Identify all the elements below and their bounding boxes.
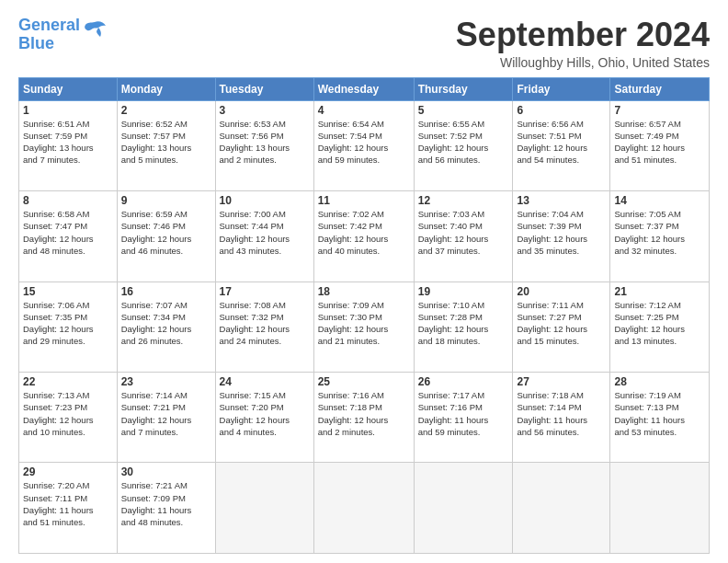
day-info: Sunrise: 7:16 AMSunset: 7:18 PMDaylight:…: [318, 389, 410, 438]
title-area: September 2024 Willoughby Hills, Ohio, U…: [456, 17, 710, 70]
calendar-table: SundayMondayTuesdayWednesdayThursdayFrid…: [18, 77, 710, 554]
day-number: 19: [418, 285, 509, 298]
day-cell: 2Sunrise: 6:52 AMSunset: 7:57 PMDaylight…: [117, 100, 215, 190]
day-info: Sunrise: 6:51 AMSunset: 7:59 PMDaylight:…: [23, 118, 113, 167]
col-header-thursday: Thursday: [414, 77, 513, 100]
day-cell: 13Sunrise: 7:04 AMSunset: 7:39 PMDayligh…: [513, 191, 610, 282]
day-number: 6: [517, 104, 606, 117]
day-info: Sunrise: 7:17 AMSunset: 7:16 PMDaylight:…: [418, 389, 509, 438]
day-info: Sunrise: 6:53 AMSunset: 7:56 PMDaylight:…: [220, 118, 310, 167]
day-info: Sunrise: 6:52 AMSunset: 7:57 PMDaylight:…: [121, 118, 211, 167]
day-number: 2: [121, 104, 211, 117]
day-cell: 24Sunrise: 7:15 AMSunset: 7:20 PMDayligh…: [215, 373, 313, 463]
day-cell: 27Sunrise: 7:18 AMSunset: 7:14 PMDayligh…: [513, 373, 610, 463]
week-row-5: 29Sunrise: 7:20 AMSunset: 7:11 PMDayligh…: [19, 463, 710, 554]
day-info: Sunrise: 7:14 AMSunset: 7:21 PMDaylight:…: [121, 389, 211, 438]
day-cell: 9Sunrise: 6:59 AMSunset: 7:46 PMDaylight…: [117, 191, 215, 282]
day-number: 17: [220, 285, 310, 298]
day-info: Sunrise: 7:13 AMSunset: 7:23 PMDaylight:…: [23, 389, 113, 438]
day-info: Sunrise: 7:00 AMSunset: 7:44 PMDaylight:…: [220, 208, 310, 257]
day-cell: 29Sunrise: 7:20 AMSunset: 7:11 PMDayligh…: [19, 463, 118, 554]
day-info: Sunrise: 7:19 AMSunset: 7:13 PMDaylight:…: [614, 389, 705, 438]
month-title: September 2024: [456, 17, 710, 53]
day-info: Sunrise: 6:54 AMSunset: 7:54 PMDaylight:…: [318, 118, 410, 167]
day-cell: [414, 463, 513, 554]
day-number: 20: [517, 285, 606, 298]
day-cell: 11Sunrise: 7:02 AMSunset: 7:42 PMDayligh…: [313, 191, 414, 282]
day-number: 1: [23, 104, 113, 117]
day-cell: 30Sunrise: 7:21 AMSunset: 7:09 PMDayligh…: [117, 463, 215, 554]
day-info: Sunrise: 7:18 AMSunset: 7:14 PMDaylight:…: [517, 389, 606, 438]
day-cell: 25Sunrise: 7:16 AMSunset: 7:18 PMDayligh…: [313, 373, 414, 463]
day-number: 8: [23, 194, 113, 207]
day-info: Sunrise: 7:04 AMSunset: 7:39 PMDaylight:…: [517, 208, 606, 257]
day-number: 14: [614, 194, 705, 207]
day-cell: 12Sunrise: 7:03 AMSunset: 7:40 PMDayligh…: [414, 191, 513, 282]
week-row-4: 22Sunrise: 7:13 AMSunset: 7:23 PMDayligh…: [19, 373, 710, 463]
day-number: 10: [220, 194, 310, 207]
day-number: 28: [614, 375, 705, 388]
day-cell: 18Sunrise: 7:09 AMSunset: 7:30 PMDayligh…: [313, 282, 414, 372]
day-info: Sunrise: 7:12 AMSunset: 7:25 PMDaylight:…: [614, 299, 705, 348]
day-cell: 8Sunrise: 6:58 AMSunset: 7:47 PMDaylight…: [19, 191, 118, 282]
day-cell: 6Sunrise: 6:56 AMSunset: 7:51 PMDaylight…: [513, 100, 610, 190]
day-cell: [513, 463, 610, 554]
day-info: Sunrise: 6:57 AMSunset: 7:49 PMDaylight:…: [614, 118, 705, 167]
day-info: Sunrise: 7:09 AMSunset: 7:30 PMDaylight:…: [318, 299, 410, 348]
logo-bird-icon: [82, 20, 108, 40]
day-info: Sunrise: 6:55 AMSunset: 7:52 PMDaylight:…: [418, 118, 509, 167]
subtitle: Willoughby Hills, Ohio, United States: [456, 55, 710, 70]
day-cell: 21Sunrise: 7:12 AMSunset: 7:25 PMDayligh…: [610, 282, 710, 372]
day-cell: 22Sunrise: 7:13 AMSunset: 7:23 PMDayligh…: [19, 373, 118, 463]
day-number: 21: [614, 285, 705, 298]
week-row-3: 15Sunrise: 7:06 AMSunset: 7:35 PMDayligh…: [19, 282, 710, 372]
day-info: Sunrise: 7:15 AMSunset: 7:20 PMDaylight:…: [220, 389, 310, 438]
day-cell: 3Sunrise: 6:53 AMSunset: 7:56 PMDaylight…: [215, 100, 313, 190]
page: GeneralBlue September 2024 Willoughby Hi…: [0, 0, 728, 563]
day-number: 12: [418, 194, 509, 207]
day-number: 11: [318, 194, 410, 207]
day-cell: [610, 463, 710, 554]
col-header-sunday: Sunday: [19, 77, 118, 100]
day-cell: 17Sunrise: 7:08 AMSunset: 7:32 PMDayligh…: [215, 282, 313, 372]
col-header-wednesday: Wednesday: [313, 77, 414, 100]
day-number: 30: [121, 465, 211, 478]
day-number: 16: [121, 285, 211, 298]
col-header-saturday: Saturday: [610, 77, 710, 100]
day-info: Sunrise: 7:02 AMSunset: 7:42 PMDaylight:…: [318, 208, 410, 257]
day-cell: 4Sunrise: 6:54 AMSunset: 7:54 PMDaylight…: [313, 100, 414, 190]
day-number: 29: [23, 465, 113, 478]
day-cell: 16Sunrise: 7:07 AMSunset: 7:34 PMDayligh…: [117, 282, 215, 372]
day-number: 22: [23, 375, 113, 388]
day-number: 27: [517, 375, 606, 388]
col-header-friday: Friday: [513, 77, 610, 100]
day-number: 15: [23, 285, 113, 298]
week-row-1: 1Sunrise: 6:51 AMSunset: 7:59 PMDaylight…: [19, 100, 710, 190]
day-cell: 5Sunrise: 6:55 AMSunset: 7:52 PMDaylight…: [414, 100, 513, 190]
day-cell: 1Sunrise: 6:51 AMSunset: 7:59 PMDaylight…: [19, 100, 118, 190]
week-row-2: 8Sunrise: 6:58 AMSunset: 7:47 PMDaylight…: [19, 191, 710, 282]
day-cell: 7Sunrise: 6:57 AMSunset: 7:49 PMDaylight…: [610, 100, 710, 190]
col-header-tuesday: Tuesday: [215, 77, 313, 100]
day-info: Sunrise: 7:05 AMSunset: 7:37 PMDaylight:…: [614, 208, 705, 257]
day-number: 18: [318, 285, 410, 298]
day-info: Sunrise: 7:11 AMSunset: 7:27 PMDaylight:…: [517, 299, 606, 348]
day-number: 24: [220, 375, 310, 388]
day-cell: [313, 463, 414, 554]
day-cell: [215, 463, 313, 554]
day-cell: 14Sunrise: 7:05 AMSunset: 7:37 PMDayligh…: [610, 191, 710, 282]
col-header-monday: Monday: [117, 77, 215, 100]
day-cell: 10Sunrise: 7:00 AMSunset: 7:44 PMDayligh…: [215, 191, 313, 282]
day-info: Sunrise: 7:20 AMSunset: 7:11 PMDaylight:…: [23, 479, 113, 528]
day-number: 4: [318, 104, 410, 117]
day-info: Sunrise: 7:06 AMSunset: 7:35 PMDaylight:…: [23, 299, 113, 348]
day-info: Sunrise: 7:03 AMSunset: 7:40 PMDaylight:…: [418, 208, 509, 257]
day-cell: 28Sunrise: 7:19 AMSunset: 7:13 PMDayligh…: [610, 373, 710, 463]
day-number: 9: [121, 194, 211, 207]
day-info: Sunrise: 6:59 AMSunset: 7:46 PMDaylight:…: [121, 208, 211, 257]
day-number: 26: [418, 375, 509, 388]
day-cell: 26Sunrise: 7:17 AMSunset: 7:16 PMDayligh…: [414, 373, 513, 463]
day-number: 13: [517, 194, 606, 207]
day-number: 5: [418, 104, 509, 117]
day-number: 25: [318, 375, 410, 388]
